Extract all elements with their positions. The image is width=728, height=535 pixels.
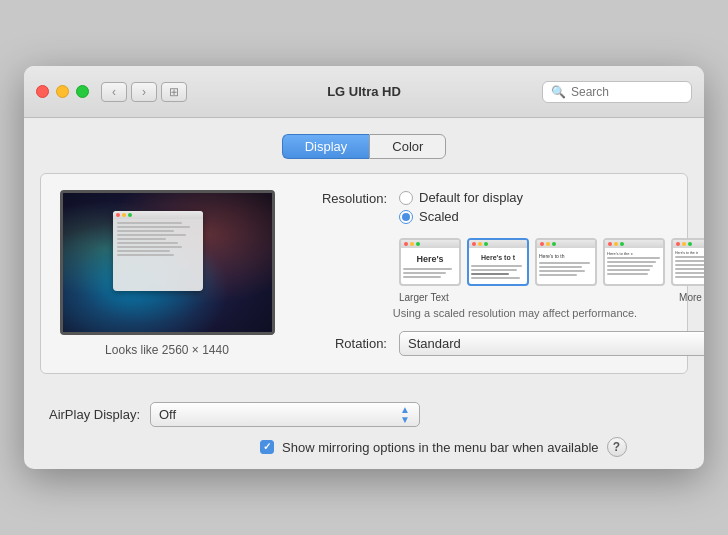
- tile-1[interactable]: Here's: [399, 238, 461, 286]
- titlebar: ‹ › ⊞ LG Ultra HD 🔍: [24, 66, 704, 118]
- main-panel: Looks like 2560 × 1440 Resolution: Defau…: [40, 173, 688, 374]
- radio-scaled-label: Scaled: [419, 209, 459, 224]
- tile-label-larger-text: Larger Text: [399, 292, 449, 303]
- tile-labels-row: Larger Text More Space: [399, 292, 704, 303]
- settings-section: Resolution: Default for display Scaled: [297, 190, 704, 357]
- minimize-button[interactable]: [56, 85, 69, 98]
- tab-display[interactable]: Display: [282, 134, 370, 159]
- tile-2[interactable]: Here's to t: [467, 238, 529, 286]
- radio-scaled[interactable]: Scaled: [399, 209, 523, 224]
- search-bar[interactable]: 🔍: [542, 81, 692, 103]
- tiles-container: Here's: [399, 238, 704, 286]
- search-icon: 🔍: [551, 85, 566, 99]
- resolution-row: Resolution: Default for display Scaled: [297, 190, 704, 224]
- forward-button[interactable]: ›: [131, 82, 157, 102]
- monitor-frame: [60, 190, 275, 335]
- tile-3[interactable]: Here's to th: [535, 238, 597, 286]
- radio-default-label: Default for display: [419, 190, 523, 205]
- resolution-options: Default for display Scaled: [399, 190, 523, 224]
- checkmark-icon: ✓: [263, 442, 271, 452]
- tab-bar: Display Color: [40, 134, 688, 159]
- back-button[interactable]: ‹: [101, 82, 127, 102]
- rotation-select-wrapper: Standard 90° 180° 270° ▲▼: [399, 331, 704, 356]
- airplay-label: AirPlay Display:: [40, 407, 140, 422]
- tile-4[interactable]: Here's to the c: [603, 238, 665, 286]
- close-button[interactable]: [36, 85, 49, 98]
- tab-color[interactable]: Color: [369, 134, 446, 159]
- mirror-row: ✓ Show mirroring options in the menu bar…: [260, 437, 627, 457]
- tile-label-more-space: More Space: [679, 292, 704, 303]
- content-area: Display Color: [24, 118, 704, 390]
- airplay-select-wrapper: Off ▲▼: [150, 402, 420, 427]
- monitor-resolution-label: Looks like 2560 × 1440: [105, 343, 229, 357]
- mirror-label: Show mirroring options in the menu bar w…: [282, 440, 599, 455]
- main-window: ‹ › ⊞ LG Ultra HD 🔍 Display Color: [24, 66, 704, 469]
- window-title: LG Ultra HD: [327, 84, 401, 99]
- tile-5[interactable]: Here's to the tr: [671, 238, 704, 286]
- nav-buttons: ‹ ›: [101, 82, 157, 102]
- mini-dialog: [113, 211, 203, 291]
- rotation-row: Rotation: Standard 90° 180° 270° ▲▼: [297, 331, 704, 356]
- monitor-screen: [63, 193, 272, 332]
- radio-default[interactable]: Default for display: [399, 190, 523, 205]
- radio-default-circle[interactable]: [399, 191, 413, 205]
- performance-note: Using a scaled resolution may affect per…: [297, 307, 704, 319]
- traffic-lights: [36, 85, 89, 98]
- airplay-select[interactable]: Off: [150, 402, 420, 427]
- search-input[interactable]: [571, 85, 683, 99]
- maximize-button[interactable]: [76, 85, 89, 98]
- help-button[interactable]: ?: [607, 437, 627, 457]
- rotation-label: Rotation:: [297, 335, 387, 351]
- radio-scaled-circle[interactable]: [399, 210, 413, 224]
- mirror-checkbox[interactable]: ✓: [260, 440, 274, 454]
- tiles-area: Here's: [399, 238, 704, 303]
- monitor-section: Looks like 2560 × 1440: [57, 190, 277, 357]
- bottom-section: AirPlay Display: Off ▲▼ ✓ Show mirroring…: [24, 390, 704, 469]
- rotation-select[interactable]: Standard 90° 180° 270°: [399, 331, 704, 356]
- grid-button[interactable]: ⊞: [161, 82, 187, 102]
- mirror-row-wrapper: ✓ Show mirroring options in the menu bar…: [150, 437, 688, 457]
- airplay-row: AirPlay Display: Off ▲▼: [40, 402, 688, 427]
- resolution-label: Resolution:: [297, 190, 387, 206]
